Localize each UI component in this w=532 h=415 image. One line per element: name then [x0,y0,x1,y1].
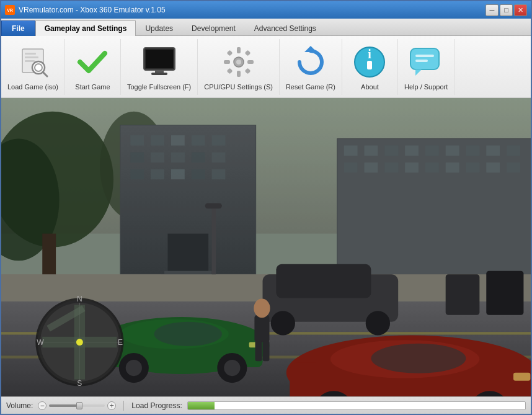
svg-rect-15 [224,60,230,64]
svg-rect-18 [244,68,250,74]
help-icon [407,43,445,81]
cpu-settings-button[interactable]: CPU/GPU Settings (S) [198,39,280,95]
tab-development[interactable]: Development [182,20,245,36]
volume-slider-track[interactable] [49,404,105,407]
status-divider [123,401,124,411]
close-button[interactable]: ✕ [514,4,527,16]
toolbar: Load Game (iso) Start Game [1,36,531,98]
app-icon: VR [5,5,15,15]
volume-slider-fill [49,404,77,407]
tab-gameplay[interactable]: Gameplay and Settings [35,20,136,36]
status-bar: Volume: − + Load Progress: [1,396,531,414]
volume-control: − + [38,401,116,410]
svg-point-116 [76,339,83,346]
fullscreen-icon [141,43,178,81]
volume-decrease-button[interactable]: − [38,401,47,410]
svg-text:W: W [37,338,44,347]
reset-game-button[interactable]: Reset Game (R) [280,39,342,95]
about-icon: i [351,43,388,81]
title-bar: VR VRemulator.com - Xbox 360 Emulator v.… [1,1,531,19]
window-title: VRemulator.com - Xbox 360 Emulator v.1.0… [19,6,485,14]
svg-point-12 [236,60,241,65]
svg-rect-3 [25,60,35,62]
fullscreen-button[interactable]: Toggle Fullscreen (F) [121,39,198,95]
start-game-icon [74,43,111,81]
load-game-button[interactable]: Load Game (iso) [1,39,65,95]
svg-rect-13 [237,47,241,53]
help-support-button[interactable]: Help / Support [398,39,454,95]
svg-rect-20 [244,50,250,56]
svg-text:N: N [77,295,82,303]
maximize-button[interactable]: □ [500,4,513,16]
volume-increase-button[interactable]: + [107,401,116,410]
reset-game-label: Reset Game (R) [286,83,335,91]
load-game-label: Load Game (iso) [7,83,58,91]
tab-bar: File Gameplay and Settings Updates Devel… [1,19,531,36]
svg-rect-14 [237,71,241,77]
svg-text:i: i [368,47,372,61]
about-button[interactable]: i About [342,39,398,95]
svg-text:S: S [77,379,82,388]
svg-rect-17 [226,50,233,56]
main-window: VR VRemulator.com - Xbox 360 Emulator v.… [0,0,532,415]
minimize-button[interactable]: ─ [485,4,499,16]
cpu-icon [220,43,257,81]
cpu-settings-label: CPU/GPU Settings (S) [204,83,273,91]
game-scene-svg: N E S W [1,98,531,396]
svg-rect-16 [247,60,254,64]
game-screen: N E S W [1,98,531,396]
progress-bar-track [187,401,526,410]
tab-updates[interactable]: Updates [136,20,182,36]
reset-icon [292,43,329,81]
volume-label: Volume: [6,401,33,410]
svg-rect-24 [367,61,372,69]
start-game-button[interactable]: Start Game [65,39,121,95]
svg-rect-8 [146,50,173,68]
svg-rect-1 [25,53,36,55]
svg-rect-2 [25,56,38,58]
window-controls: ─ □ ✕ [485,4,527,16]
load-progress-label: Load Progress: [131,401,182,410]
svg-rect-25 [410,48,439,69]
svg-marker-21 [304,46,317,52]
svg-rect-10 [151,73,167,75]
svg-text:E: E [118,338,123,347]
help-support-label: Help / Support [404,83,448,91]
svg-rect-27 [415,55,434,57]
load-game-icon [14,43,51,81]
svg-rect-28 [415,60,428,62]
fullscreen-label: Toggle Fullscreen (F) [127,83,191,91]
tab-file[interactable]: File [1,20,35,36]
tab-advanced[interactable]: Advanced Settings [245,20,326,36]
volume-slider-thumb[interactable] [76,402,82,409]
about-label: About [361,83,379,91]
svg-line-6 [43,72,47,76]
svg-marker-26 [415,69,422,76]
start-game-label: Start Game [75,83,110,91]
svg-rect-19 [226,68,233,74]
progress-bar-fill [188,402,215,409]
game-viewport: N E S W [1,98,531,396]
